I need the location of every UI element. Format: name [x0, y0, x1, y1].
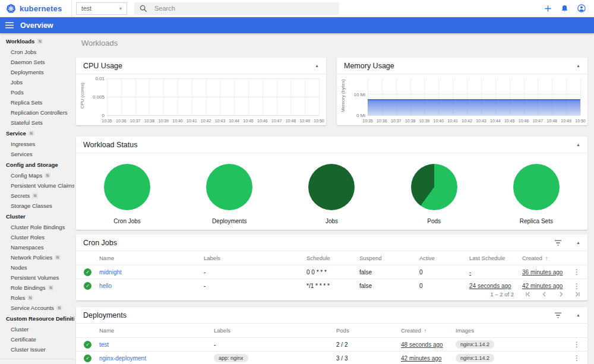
replica-sets-pie-chart[interactable]: [513, 164, 560, 210]
first-page-icon[interactable]: [525, 292, 530, 297]
sidebar-item-secrets[interactable]: SecretsN: [0, 191, 74, 201]
memory-x-axis: 10:3510:3610:3710:3810:3910:4010:4110:42…: [368, 119, 580, 124]
sidebar-label: Secrets: [11, 192, 30, 199]
sidebar-item-persistent-volume-claims[interactable]: Persistent Volume ClaimsN: [0, 181, 74, 191]
gridline: [368, 94, 580, 94]
sidebar-item-stateful-sets[interactable]: Stateful Sets: [0, 118, 74, 128]
x-tick-label: 10:50: [314, 119, 324, 123]
sidebar-item-persistent-volumes[interactable]: Persistent Volumes: [0, 273, 74, 283]
column-header-name[interactable]: Name: [99, 327, 214, 334]
workload-status-header: Workload Status ▲: [76, 137, 587, 153]
sidebar-item-replication-controllers[interactable]: Replication Controllers: [0, 107, 74, 118]
pie-pods: Pods: [396, 164, 473, 224]
sidebar-item-namespaces[interactable]: Namespaces: [0, 242, 74, 252]
sidebar-section-workloads[interactable]: WorkloadsN: [0, 36, 74, 47]
sidebar-item-storage-classes[interactable]: Storage Classes: [0, 201, 74, 211]
sidebar-label: Services: [11, 151, 32, 157]
sidebar-item-replica-sets[interactable]: Replica Sets: [0, 97, 74, 107]
previous-page-icon[interactable]: [542, 292, 547, 297]
sidebar-item-jobs[interactable]: Jobs: [0, 77, 74, 87]
sidebar-item-deployments[interactable]: Deployments: [0, 67, 74, 77]
menu-hamburger-icon[interactable]: [5, 22, 14, 29]
collapse-icon[interactable]: ▲: [315, 64, 319, 68]
sidebar-item-cron-jobs[interactable]: Cron Jobs: [0, 47, 74, 57]
collapse-icon[interactable]: ▲: [576, 64, 580, 68]
sidebar-item-service-accounts[interactable]: Service AccountsN: [0, 303, 74, 313]
x-tick-label: 10:50: [575, 119, 586, 123]
notifications-bell-icon[interactable]: [560, 4, 569, 13]
create-resource-button[interactable]: [544, 4, 552, 13]
column-header-labels[interactable]: Labels: [204, 255, 307, 261]
sidebar-item-cluster[interactable]: Cluster: [0, 324, 74, 334]
deployment-name-link[interactable]: nginx-deployment: [99, 355, 214, 362]
jobs-pie-chart[interactable]: [308, 164, 355, 210]
cron-jobs-pie-chart[interactable]: [104, 164, 150, 210]
cpu-card-header: CPU Usage ▲: [76, 58, 326, 74]
sidebar-label: Service: [6, 130, 26, 137]
cron-job-name-link[interactable]: hello: [99, 283, 204, 289]
namespaced-badge: N: [48, 285, 54, 290]
row-menu-kebab-icon[interactable]: ⋮: [566, 354, 587, 362]
sidebar-item-pods[interactable]: Pods: [0, 87, 74, 97]
next-page-icon[interactable]: [558, 292, 564, 297]
collapse-icon[interactable]: ▲: [576, 143, 580, 147]
cron-job-labels: -: [204, 283, 307, 289]
column-header-created[interactable]: Created ↑: [401, 327, 456, 334]
sidebar-item-roles[interactable]: RolesN: [0, 293, 74, 303]
sidebar-item-nodes[interactable]: Nodes: [0, 262, 74, 273]
sidebar-item-config-maps[interactable]: Config MapsN: [0, 170, 74, 181]
namespaced-badge: N: [32, 193, 38, 198]
page-header-title: Overview: [20, 21, 53, 30]
cron-job-suspend: false: [359, 283, 419, 289]
sidebar-item-cluster-roles[interactable]: Cluster Roles: [0, 232, 74, 242]
sidebar-label: Cluster: [6, 213, 26, 220]
deployment-name-link[interactable]: test: [99, 341, 214, 348]
pods-pie-chart[interactable]: [411, 164, 457, 210]
sidebar-section-custom-resource-definitions[interactable]: Custom Resource Definitions: [0, 313, 74, 324]
sidebar-item-role-bindings[interactable]: Role BindingsN: [0, 283, 74, 293]
column-header-labels[interactable]: Labels: [214, 327, 336, 334]
workload-status-title: Workload Status: [83, 141, 576, 149]
cron-job-suspend: false: [359, 269, 419, 276]
sidebar-section-service[interactable]: ServiceN: [0, 128, 74, 139]
column-header-pods[interactable]: Pods: [336, 327, 401, 334]
sidebar-item-cluster-role-bindings[interactable]: Cluster Role Bindings: [0, 222, 74, 232]
sidebar-item-daemon-sets[interactable]: Daemon Sets: [0, 57, 74, 67]
sidebar-item-certificate[interactable]: Certificate: [0, 334, 74, 344]
collapse-icon[interactable]: ▲: [576, 240, 580, 245]
cron-job-name-link[interactable]: midnight: [99, 269, 204, 276]
column-header-last-schedule[interactable]: Last Schedule: [469, 255, 522, 261]
search-input[interactable]: Search: [134, 2, 339, 15]
column-header-images[interactable]: Images: [456, 327, 566, 334]
sidebar-label: Storage Classes: [11, 202, 52, 209]
cron-job-last-schedule: 24 seconds ago: [469, 283, 522, 289]
sidebar-item-cluster-issuer[interactable]: Cluster Issuer: [0, 344, 74, 354]
gridline: [107, 97, 319, 97]
deployment-image-chip: nginx:1.14.2: [456, 354, 494, 362]
collapse-icon[interactable]: ▲: [576, 313, 580, 317]
column-header-schedule[interactable]: Schedule: [307, 255, 359, 261]
sidebar-item-ingresses[interactable]: Ingresses: [0, 139, 74, 149]
column-header-created[interactable]: Created ↑: [522, 255, 566, 261]
gridline: [580, 78, 581, 115]
column-header-suspend[interactable]: Suspend: [359, 255, 419, 261]
last-page-icon[interactable]: [575, 292, 580, 297]
row-menu-kebab-icon[interactable]: ⋮: [566, 268, 587, 276]
user-account-icon[interactable]: [577, 4, 586, 13]
cpu-chart: CPU (cores) 0.01 0.005 0 10:3510:3610:37…: [76, 74, 326, 125]
sidebar-section-cluster[interactable]: Cluster: [0, 211, 74, 222]
column-header-active[interactable]: Active: [419, 255, 469, 261]
sidebar-section-config-and-storage[interactable]: Config and Storage: [0, 159, 74, 170]
filter-icon[interactable]: [554, 312, 562, 318]
sidebar-item-services[interactable]: Services: [0, 149, 74, 159]
filter-icon[interactable]: [554, 240, 562, 246]
row-menu-kebab-icon[interactable]: ⋮: [566, 340, 587, 349]
sidebar-item-network-policies[interactable]: Network PoliciesN: [0, 252, 74, 262]
pie-label: Replica Sets: [520, 218, 553, 224]
namespace-select[interactable]: test ▾: [76, 2, 127, 15]
column-header-name[interactable]: Name: [99, 255, 204, 261]
x-tick-label: 10:45: [504, 119, 515, 123]
deployments-pie-chart[interactable]: [206, 164, 252, 210]
sidebar-label: Ingresses: [11, 141, 35, 147]
kubernetes-logo[interactable]: kubernetes: [0, 0, 72, 17]
